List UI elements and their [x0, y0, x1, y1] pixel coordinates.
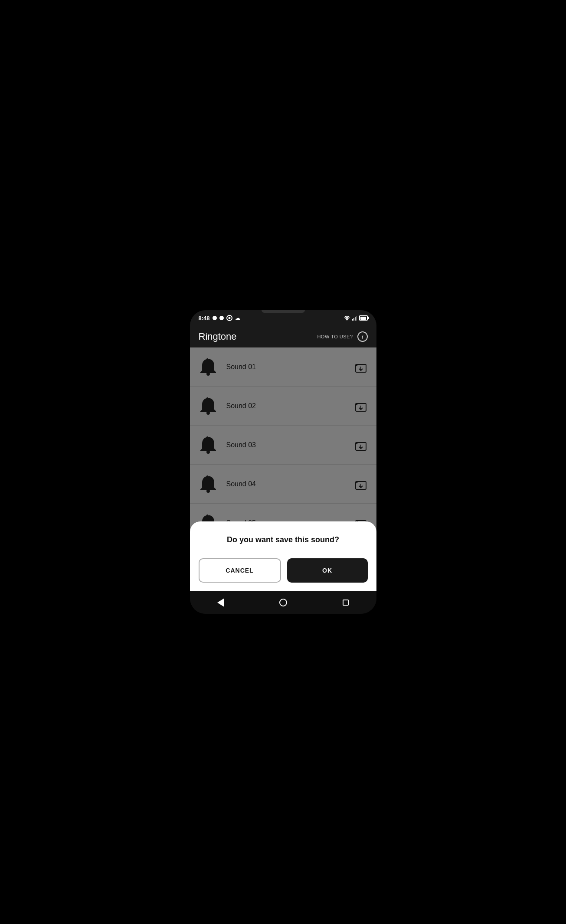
nav-bar	[190, 591, 376, 614]
how-to-use-label[interactable]: HOW TO USE?	[317, 334, 353, 339]
svg-rect-4	[356, 316, 357, 321]
info-button[interactable]: i	[357, 331, 368, 342]
recents-button[interactable]	[343, 600, 349, 606]
device-frame: 8:48 ☁ Ringtone HOW	[190, 310, 376, 614]
home-button[interactable]	[279, 599, 287, 606]
svg-marker-0	[345, 318, 349, 321]
status-time: 8:48	[199, 315, 210, 321]
battery-icon	[359, 315, 368, 321]
dialog-buttons: CANCEL OK	[199, 558, 368, 583]
ok-button[interactable]: OK	[287, 558, 368, 583]
notch	[262, 310, 305, 313]
status-left: 8:48 ☁	[199, 315, 240, 321]
status-ring-icon	[226, 315, 232, 321]
header-right: HOW TO USE? i	[317, 331, 367, 342]
status-dot-2	[219, 316, 224, 320]
save-dialog: Do you want save this sound? CANCEL OK	[190, 521, 376, 591]
sound-list-container: Sound 01 Sound 02	[190, 347, 376, 591]
svg-rect-3	[355, 317, 356, 321]
app-title: Ringtone	[199, 331, 237, 342]
back-button[interactable]	[217, 598, 224, 607]
battery-fill	[360, 317, 366, 320]
signal-icon	[352, 315, 357, 321]
status-right	[344, 315, 368, 321]
svg-rect-2	[353, 318, 354, 321]
svg-rect-1	[352, 319, 353, 321]
cloud-icon: ☁	[235, 315, 240, 321]
dialog-overlay: Do you want save this sound? CANCEL OK	[190, 347, 376, 591]
cancel-button[interactable]: CANCEL	[199, 558, 281, 583]
status-dot-1	[213, 316, 217, 320]
app-header: Ringtone HOW TO USE? i	[190, 326, 376, 347]
dialog-title: Do you want save this sound?	[199, 534, 368, 545]
wifi-icon	[344, 315, 350, 321]
